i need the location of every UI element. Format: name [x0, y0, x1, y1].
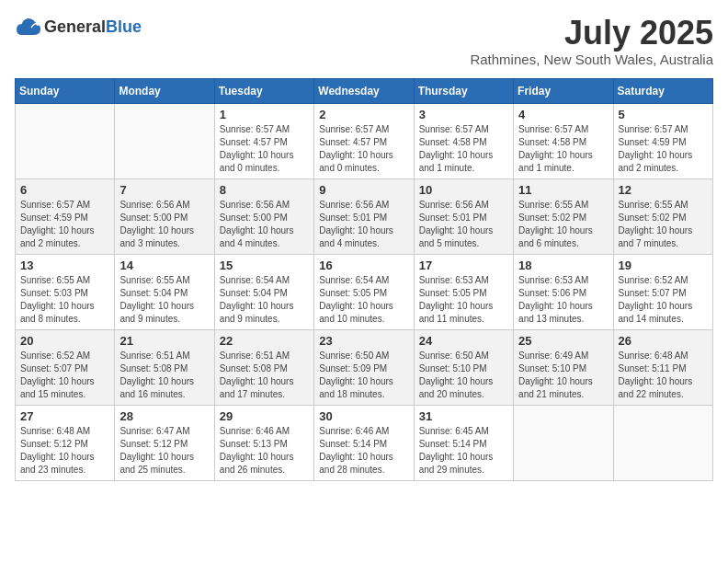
day-number: 5 [619, 108, 708, 121]
week-row-5: 27Sunrise: 6:48 AM Sunset: 5:12 PM Dayli… [16, 405, 713, 480]
day-number: 22 [220, 334, 309, 348]
day-number: 7 [119, 183, 209, 197]
day-info: Sunrise: 6:45 AM Sunset: 5:14 PM Dayligh… [419, 425, 508, 477]
day-number: 23 [319, 334, 408, 348]
day-info: Sunrise: 6:55 AM Sunset: 5:03 PM Dayligh… [20, 274, 109, 326]
calendar-cell: 20Sunrise: 6:52 AM Sunset: 5:07 PM Dayli… [16, 329, 115, 405]
weekday-header-thursday: Thursday [414, 78, 513, 103]
calendar-cell: 12Sunrise: 6:55 AM Sunset: 5:02 PM Dayli… [613, 178, 712, 254]
weekday-header-sunday: Sunday [16, 78, 115, 103]
day-info: Sunrise: 6:46 AM Sunset: 5:14 PM Dayligh… [319, 425, 408, 477]
weekday-header-saturday: Saturday [613, 78, 712, 103]
calendar-cell: 24Sunrise: 6:50 AM Sunset: 5:10 PM Dayli… [414, 329, 513, 405]
day-info: Sunrise: 6:55 AM Sunset: 5:02 PM Dayligh… [619, 199, 708, 250]
day-number: 4 [518, 108, 608, 121]
day-number: 18 [518, 259, 608, 272]
day-info: Sunrise: 6:54 AM Sunset: 5:05 PM Dayligh… [319, 274, 408, 326]
day-number: 31 [419, 409, 508, 423]
calendar-cell: 21Sunrise: 6:51 AM Sunset: 5:08 PM Dayli… [115, 329, 214, 405]
day-info: Sunrise: 6:47 AM Sunset: 5:12 PM Dayligh… [119, 425, 209, 477]
day-info: Sunrise: 6:57 AM Sunset: 4:58 PM Dayligh… [518, 123, 608, 175]
day-info: Sunrise: 6:56 AM Sunset: 5:01 PM Dayligh… [419, 199, 508, 250]
day-number: 15 [220, 259, 309, 272]
day-info: Sunrise: 6:57 AM Sunset: 4:57 PM Dayligh… [220, 123, 309, 175]
day-number: 3 [419, 108, 508, 121]
day-info: Sunrise: 6:46 AM Sunset: 5:13 PM Dayligh… [220, 425, 309, 477]
calendar-cell: 19Sunrise: 6:52 AM Sunset: 5:07 PM Dayli… [613, 254, 712, 329]
calendar-cell: 10Sunrise: 6:56 AM Sunset: 5:01 PM Dayli… [414, 178, 513, 254]
day-info: Sunrise: 6:56 AM Sunset: 5:01 PM Dayligh… [319, 199, 408, 250]
calendar-cell: 18Sunrise: 6:53 AM Sunset: 5:06 PM Dayli… [514, 254, 613, 329]
calendar-cell: 7Sunrise: 6:56 AM Sunset: 5:00 PM Daylig… [115, 178, 214, 254]
day-number: 19 [619, 259, 708, 272]
day-info: Sunrise: 6:57 AM Sunset: 4:59 PM Dayligh… [619, 123, 708, 175]
day-number: 12 [619, 183, 708, 197]
day-info: Sunrise: 6:50 AM Sunset: 5:09 PM Dayligh… [319, 350, 408, 401]
day-number: 11 [518, 183, 608, 197]
day-number: 27 [20, 409, 109, 423]
day-info: Sunrise: 6:56 AM Sunset: 5:00 PM Dayligh… [220, 199, 309, 250]
day-number: 2 [319, 108, 408, 121]
day-number: 13 [20, 259, 109, 272]
day-number: 28 [119, 409, 209, 423]
logo: General Blue [15, 15, 142, 40]
calendar-cell [16, 103, 115, 178]
subtitle: Rathmines, New South Wales, Australia [470, 52, 713, 67]
calendar-cell: 14Sunrise: 6:55 AM Sunset: 5:04 PM Dayli… [115, 254, 214, 329]
calendar-cell: 25Sunrise: 6:49 AM Sunset: 5:10 PM Dayli… [514, 329, 613, 405]
day-info: Sunrise: 6:57 AM Sunset: 4:59 PM Dayligh… [20, 199, 109, 250]
logo-text: General Blue [44, 18, 142, 37]
day-number: 9 [319, 183, 408, 197]
calendar-cell: 2Sunrise: 6:57 AM Sunset: 4:57 PM Daylig… [314, 103, 414, 178]
calendar-cell: 4Sunrise: 6:57 AM Sunset: 4:58 PM Daylig… [514, 103, 613, 178]
week-row-3: 13Sunrise: 6:55 AM Sunset: 5:03 PM Dayli… [16, 254, 713, 329]
day-info: Sunrise: 6:55 AM Sunset: 5:04 PM Dayligh… [119, 274, 209, 326]
day-info: Sunrise: 6:50 AM Sunset: 5:10 PM Dayligh… [419, 350, 508, 401]
day-info: Sunrise: 6:56 AM Sunset: 5:00 PM Dayligh… [119, 199, 209, 250]
calendar-cell: 9Sunrise: 6:56 AM Sunset: 5:01 PM Daylig… [314, 178, 414, 254]
day-info: Sunrise: 6:55 AM Sunset: 5:02 PM Dayligh… [518, 199, 608, 250]
calendar-cell: 22Sunrise: 6:51 AM Sunset: 5:08 PM Dayli… [214, 329, 313, 405]
day-number: 24 [419, 334, 508, 348]
page-header: General Blue July 2025 Rathmines, New So… [15, 15, 713, 67]
weekday-header-row: SundayMondayTuesdayWednesdayThursdayFrid… [16, 78, 713, 103]
calendar-cell: 23Sunrise: 6:50 AM Sunset: 5:09 PM Dayli… [314, 329, 414, 405]
day-number: 21 [119, 334, 209, 348]
week-row-1: 1Sunrise: 6:57 AM Sunset: 4:57 PM Daylig… [16, 103, 713, 178]
calendar-cell: 6Sunrise: 6:57 AM Sunset: 4:59 PM Daylig… [16, 178, 115, 254]
calendar-cell: 13Sunrise: 6:55 AM Sunset: 5:03 PM Dayli… [16, 254, 115, 329]
calendar-cell: 30Sunrise: 6:46 AM Sunset: 5:14 PM Dayli… [314, 405, 414, 480]
day-info: Sunrise: 6:57 AM Sunset: 4:57 PM Dayligh… [319, 123, 408, 175]
weekday-header-tuesday: Tuesday [214, 78, 313, 103]
day-info: Sunrise: 6:54 AM Sunset: 5:04 PM Dayligh… [220, 274, 309, 326]
day-info: Sunrise: 6:48 AM Sunset: 5:11 PM Dayligh… [619, 350, 708, 401]
calendar-cell [115, 103, 214, 178]
calendar-cell: 29Sunrise: 6:46 AM Sunset: 5:13 PM Dayli… [214, 405, 313, 480]
day-number: 30 [319, 409, 408, 423]
day-info: Sunrise: 6:53 AM Sunset: 5:06 PM Dayligh… [518, 274, 608, 326]
day-info: Sunrise: 6:53 AM Sunset: 5:05 PM Dayligh… [419, 274, 508, 326]
day-number: 26 [619, 334, 708, 348]
calendar-cell: 1Sunrise: 6:57 AM Sunset: 4:57 PM Daylig… [214, 103, 313, 178]
calendar-cell [613, 405, 712, 480]
weekday-header-monday: Monday [115, 78, 214, 103]
day-info: Sunrise: 6:48 AM Sunset: 5:12 PM Dayligh… [20, 425, 109, 477]
calendar-cell [514, 405, 613, 480]
day-number: 14 [119, 259, 209, 272]
calendar-cell: 17Sunrise: 6:53 AM Sunset: 5:05 PM Dayli… [414, 254, 513, 329]
calendar-cell: 31Sunrise: 6:45 AM Sunset: 5:14 PM Dayli… [414, 405, 513, 480]
day-number: 8 [220, 183, 309, 197]
calendar-cell: 27Sunrise: 6:48 AM Sunset: 5:12 PM Dayli… [16, 405, 115, 480]
calendar-cell: 5Sunrise: 6:57 AM Sunset: 4:59 PM Daylig… [613, 103, 712, 178]
calendar-cell: 26Sunrise: 6:48 AM Sunset: 5:11 PM Dayli… [613, 329, 712, 405]
day-number: 17 [419, 259, 508, 272]
day-number: 6 [20, 183, 109, 197]
day-info: Sunrise: 6:52 AM Sunset: 5:07 PM Dayligh… [20, 350, 109, 401]
calendar-cell: 8Sunrise: 6:56 AM Sunset: 5:00 PM Daylig… [214, 178, 313, 254]
weekday-header-friday: Friday [514, 78, 613, 103]
calendar-cell: 15Sunrise: 6:54 AM Sunset: 5:04 PM Dayli… [214, 254, 313, 329]
main-title: July 2025 [470, 15, 713, 52]
day-number: 25 [518, 334, 608, 348]
calendar-cell: 11Sunrise: 6:55 AM Sunset: 5:02 PM Dayli… [514, 178, 613, 254]
calendar-table: SundayMondayTuesdayWednesdayThursdayFrid… [15, 78, 713, 481]
